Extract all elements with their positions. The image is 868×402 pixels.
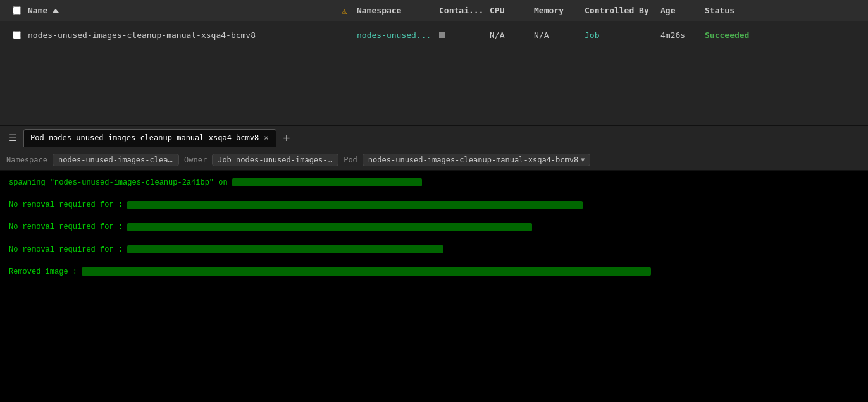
col-container[interactable]: Contai... [439, 6, 490, 15]
tab-menu-icon[interactable]: ☰ [5, 133, 21, 143]
pod-dropdown-value: nodes-unused-images-cleanup-manual-xsqa4… [368, 155, 578, 164]
col-name-label: Name [28, 6, 47, 15]
pod-memory: N/A [534, 30, 585, 40]
log-prefix: spawning "nodes-unused-images-cleanup-2a… [9, 178, 232, 187]
col-controlled-by[interactable]: Controlled By [585, 6, 660, 15]
pod-dropdown[interactable]: nodes-unused-images-cleanup-manual-xsqa4… [363, 154, 590, 166]
col-age[interactable]: Age [660, 6, 705, 15]
log-redacted [127, 223, 532, 231]
col-status[interactable]: Status [705, 6, 863, 15]
sort-asc-icon [53, 9, 59, 13]
log-prefix: No removal required for : [9, 222, 127, 231]
col-cpu[interactable]: CPU [490, 6, 534, 15]
log-line: No removal required for : [9, 244, 859, 256]
log-redacted [232, 178, 422, 186]
log-line: No removal required for : [9, 199, 859, 211]
container-square-icon [439, 32, 445, 38]
table-row[interactable]: nodes-unused-images-cleanup-manual-xsqa4… [0, 21, 868, 49]
col-name[interactable]: Name [28, 6, 332, 15]
log-redacted [127, 245, 443, 253]
breadcrumb-bar: Namespace nodes-unused-images-clea... Ow… [0, 149, 868, 171]
log-prefix: Removed image : [9, 267, 82, 276]
log-line: No removal required for : [9, 221, 859, 233]
warning-icon: ⚠ [342, 6, 347, 16]
pod-age: 4m26s [660, 30, 705, 40]
log-area[interactable]: spawning "nodes-unused-images-cleanup-2a… [0, 171, 868, 402]
new-tab-button[interactable]: + [279, 131, 294, 144]
table-section: Name ⚠ Namespace Contai... CPU Memory Co… [0, 0, 868, 126]
log-redacted [127, 201, 583, 209]
namespace-label: Namespace [6, 155, 47, 164]
owner-value[interactable]: Job nodes-unused-images-cleanup-manual-x… [212, 154, 338, 166]
pod-name[interactable]: nodes-unused-images-cleanup-manual-xsqa4… [28, 30, 332, 40]
log-redacted [82, 267, 651, 276]
pod-namespace[interactable]: nodes-unused... [357, 30, 439, 40]
log-empty-line [9, 215, 859, 221]
log-prefix: No removal required for : [9, 200, 127, 209]
col-namespace[interactable]: Namespace [357, 6, 439, 15]
chevron-down-icon: ▼ [581, 156, 585, 163]
log-line: Removed image : [9, 266, 859, 278]
container-indicator [439, 30, 490, 40]
owner-label: Owner [184, 155, 207, 164]
log-empty-line [9, 260, 859, 266]
tab-label: Pod nodes-unused-images-cleanup-manual-x… [30, 133, 259, 142]
pod-controlled-by[interactable]: Job [585, 30, 660, 40]
log-empty-line [9, 193, 859, 199]
col-warn: ⚠ [332, 6, 357, 16]
tab-pod-logs[interactable]: Pod nodes-unused-images-cleanup-manual-x… [23, 129, 276, 147]
row-checkbox[interactable] [5, 31, 28, 39]
pod-label: Pod [344, 155, 357, 164]
namespace-link[interactable]: nodes-unused... [357, 30, 431, 40]
log-empty-line [9, 238, 859, 244]
table-header: Name ⚠ Namespace Contai... CPU Memory Co… [0, 0, 868, 21]
bottom-panel: ☰ Pod nodes-unused-images-cleanup-manual… [0, 126, 868, 402]
tab-close-button[interactable]: × [263, 133, 270, 142]
select-all-checkbox[interactable] [5, 6, 28, 15]
col-memory[interactable]: Memory [534, 6, 585, 15]
namespace-value[interactable]: nodes-unused-images-clea... [53, 154, 179, 166]
tab-bar: ☰ Pod nodes-unused-images-cleanup-manual… [0, 126, 868, 149]
pod-cpu: N/A [490, 30, 534, 40]
log-line: spawning "nodes-unused-images-cleanup-2a… [9, 177, 859, 189]
log-prefix: No removal required for : [9, 245, 127, 254]
pod-status: Succeeded [705, 30, 863, 40]
